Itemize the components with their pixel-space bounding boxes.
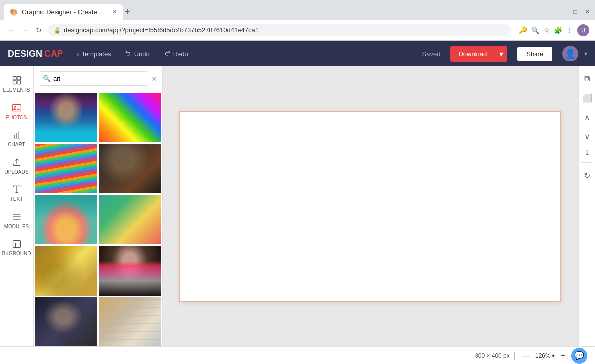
main-content: ELEMENTS PHOTOS CHART UPL bbox=[0, 66, 595, 346]
modules-label: MODULES bbox=[4, 224, 29, 229]
zoom-out-button[interactable]: — bbox=[520, 351, 532, 360]
tab-close-button[interactable]: ✕ bbox=[112, 8, 117, 15]
photo-item-2[interactable] bbox=[99, 93, 161, 142]
background-label: BKGROUND bbox=[2, 251, 31, 256]
sidebar-item-modules[interactable]: MODULES bbox=[0, 207, 33, 234]
templates-button[interactable]: ‹ Templates bbox=[73, 48, 115, 60]
uploads-label: UPLOADS bbox=[5, 169, 29, 175]
photo-item-7[interactable] bbox=[35, 246, 97, 296]
search-input[interactable] bbox=[39, 71, 148, 86]
photo-item-4[interactable] bbox=[99, 144, 161, 193]
undo-button[interactable]: Undo bbox=[121, 48, 154, 60]
logo-design: DESIGN bbox=[8, 49, 42, 59]
user-avatar-image: 👤 bbox=[565, 48, 576, 59]
settings-icon[interactable]: ⋮ bbox=[566, 26, 573, 34]
redo-icon bbox=[164, 50, 171, 57]
url-text: designcap.com/app/?project=f55f6d5dc4b73… bbox=[64, 26, 505, 34]
user-menu-chevron[interactable]: ▾ bbox=[584, 50, 587, 57]
layer-number: 1 bbox=[585, 149, 589, 156]
saved-indicator: Saved bbox=[422, 50, 441, 58]
lock-icon: 🔒 bbox=[54, 27, 61, 34]
canvas-area[interactable] bbox=[163, 66, 578, 346]
sidebar-item-uploads[interactable]: UPLOADS bbox=[0, 152, 33, 180]
chart-label: CHART bbox=[8, 142, 25, 147]
arrange-down-icon[interactable]: ∨ bbox=[582, 130, 592, 143]
svg-rect-3 bbox=[17, 81, 20, 84]
photos-panel: 🔍 ✕ bbox=[34, 66, 163, 346]
chat-button[interactable]: 💬 bbox=[571, 348, 587, 364]
photo-item-5[interactable] bbox=[35, 195, 97, 244]
sidebar-item-chart[interactable]: CHART bbox=[0, 125, 33, 152]
background-icon bbox=[12, 239, 22, 249]
uploads-icon bbox=[12, 157, 22, 167]
sidebar-item-photos[interactable]: PHOTOS bbox=[0, 98, 33, 125]
zoom-in-button[interactable]: + bbox=[559, 351, 567, 360]
zoom-value: 126% bbox=[536, 352, 551, 359]
forward-button[interactable]: → bbox=[20, 25, 31, 35]
share-button[interactable]: Share bbox=[517, 47, 552, 61]
clear-search-button[interactable]: ✕ bbox=[151, 75, 157, 83]
redo-button[interactable]: Redo bbox=[160, 48, 192, 60]
right-panel: ⧉ ⬜ ∧ ∨ 1 ↻ bbox=[578, 66, 595, 346]
zoom-separator: | bbox=[514, 351, 516, 360]
modules-icon bbox=[12, 212, 22, 222]
photo-item-6[interactable] bbox=[99, 195, 161, 244]
browser-chrome: 🎨 Graphic Designer - Create Amaz... ✕ + … bbox=[0, 0, 595, 41]
photo-item-8[interactable] bbox=[99, 246, 161, 296]
tab-favicon: 🎨 bbox=[10, 8, 18, 16]
window-close-button[interactable]: ✕ bbox=[583, 8, 591, 16]
back-button[interactable]: ← bbox=[6, 25, 17, 35]
search-icon: 🔍 bbox=[43, 75, 51, 82]
app-shell: DESIGNCAP ‹ Templates Undo Redo Saved Do… bbox=[0, 41, 595, 364]
redo-label: Redo bbox=[173, 50, 188, 58]
canvas[interactable] bbox=[179, 111, 561, 302]
search-bar-container: 🔍 ✕ bbox=[34, 66, 162, 91]
copy-icon[interactable]: ⧉ bbox=[582, 72, 592, 85]
browser-tab[interactable]: 🎨 Graphic Designer - Create Amaz... ✕ bbox=[4, 4, 123, 20]
svg-rect-1 bbox=[17, 77, 20, 80]
photos-label: PHOTOS bbox=[6, 115, 27, 120]
photos-icon bbox=[12, 103, 22, 113]
download-button-group: Download ▾ bbox=[450, 46, 507, 62]
svg-rect-9 bbox=[13, 241, 20, 248]
chat-icon: 💬 bbox=[574, 351, 584, 360]
chart-icon bbox=[12, 130, 22, 140]
password-icon[interactable]: 🔑 bbox=[519, 26, 527, 34]
download-button[interactable]: Download bbox=[450, 47, 495, 61]
zoom-chevron: ▾ bbox=[552, 352, 555, 359]
sidebar-item-background[interactable]: BKGROUND bbox=[0, 234, 33, 261]
new-tab-button[interactable]: + bbox=[125, 7, 130, 17]
rotate-icon[interactable]: ↻ bbox=[582, 169, 592, 182]
text-label: TEXT bbox=[10, 196, 23, 202]
minimize-button[interactable]: — bbox=[559, 8, 567, 16]
svg-rect-0 bbox=[13, 77, 16, 80]
extensions-icon[interactable]: 🧩 bbox=[554, 26, 562, 34]
zoom-icon[interactable]: 🔍 bbox=[531, 26, 539, 34]
elements-label: ELEMENTS bbox=[3, 87, 30, 93]
user-avatar[interactable]: 👤 bbox=[562, 46, 578, 61]
download-dropdown-button[interactable]: ▾ bbox=[495, 46, 507, 62]
photo-item-3[interactable] bbox=[35, 144, 97, 193]
arrange-up-icon[interactable]: ∧ bbox=[582, 111, 592, 124]
maximize-button[interactable]: □ bbox=[571, 8, 579, 16]
duplicate-icon[interactable]: ⬜ bbox=[580, 91, 594, 105]
photo-item-9[interactable] bbox=[35, 297, 97, 346]
templates-label: Templates bbox=[81, 50, 111, 58]
sidebar-item-text[interactable]: TEXT bbox=[0, 180, 33, 207]
text-icon bbox=[12, 184, 22, 194]
zoom-level-selector[interactable]: 126% ▾ bbox=[536, 352, 555, 359]
browser-profile[interactable]: U bbox=[577, 24, 589, 36]
sidebar-item-elements[interactable]: ELEMENTS bbox=[0, 70, 33, 98]
logo-cap: CAP bbox=[44, 49, 63, 59]
url-bar[interactable]: 🔒 designcap.com/app/?project=f55f6d5dc4b… bbox=[48, 24, 511, 36]
bookmark-icon[interactable]: ☆ bbox=[543, 26, 550, 34]
tab-title: Graphic Designer - Create Amaz... bbox=[22, 8, 108, 16]
canvas-size-text: 800 × 400 px bbox=[475, 352, 510, 359]
undo-icon bbox=[125, 50, 132, 57]
photo-grid bbox=[34, 91, 162, 346]
photo-item-1[interactable] bbox=[35, 93, 97, 142]
photo-item-10[interactable] bbox=[99, 297, 161, 346]
refresh-button[interactable]: ↻ bbox=[34, 25, 44, 35]
svg-point-5 bbox=[14, 106, 16, 108]
bottom-bar: 800 × 400 px | — 126% ▾ + 💬 bbox=[0, 346, 595, 364]
